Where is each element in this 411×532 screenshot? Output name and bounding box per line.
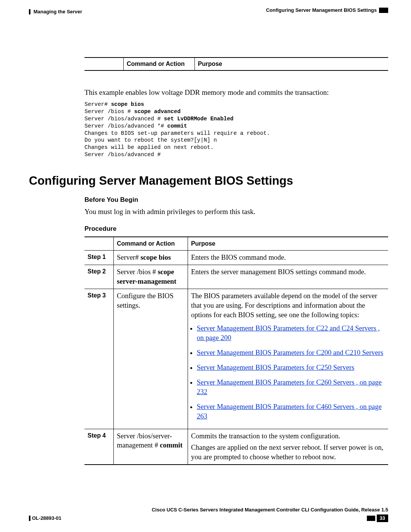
code-block: Server# scope bios Server /bios # scope … (84, 101, 388, 158)
before-you-begin-heading: Before You Begin (84, 196, 388, 204)
link-c250[interactable]: Server Management BIOS Parameters for C2… (197, 364, 354, 371)
col-purpose: Purpose (188, 237, 389, 250)
header-section-title: Configuring Server Management BIOS Setti… (266, 7, 377, 14)
chapter-title: Managing the Server (33, 8, 82, 15)
link-c460[interactable]: Server Management BIOS Parameters for C4… (197, 403, 382, 420)
topic-links: Server Management BIOS Parameters for C2… (191, 324, 385, 421)
col-step (84, 237, 114, 250)
procedure-heading: Procedure (84, 225, 388, 233)
footer-right: 33 (367, 514, 388, 522)
top-col-purpose: Purpose (195, 58, 389, 70)
list-item: Server Management BIOS Parameters for C2… (197, 363, 385, 372)
page-footer: Cisco UCS C-Series Servers Integrated Ma… (29, 506, 388, 522)
header-right: Configuring Server Management BIOS Setti… (266, 7, 388, 14)
doc-id: OL-28893-01 (32, 515, 61, 522)
step-label: Step 2 (84, 265, 114, 289)
list-item: Server Management BIOS Parameters for C2… (197, 348, 385, 358)
table-row: Step 1 Server# scope bios Enters the BIO… (84, 250, 388, 265)
procedure-table: Command or Action Purpose Step 1 Server#… (84, 236, 388, 465)
page-number: 33 (377, 514, 388, 522)
table-row: Step 2 Server /bios # scope server-manag… (84, 265, 388, 289)
footer-guide-title: Cisco UCS C-Series Servers Integrated Ma… (29, 506, 388, 513)
top-col-step (84, 58, 124, 70)
list-item: Server Management BIOS Parameters for C2… (197, 378, 385, 397)
list-item: Server Management BIOS Parameters for C2… (197, 324, 385, 343)
step1-command: Server# scope bios (114, 250, 188, 265)
table-row: Step 3 Configure the BIOS settings. The … (84, 289, 388, 429)
step-label: Step 3 (84, 289, 114, 429)
step2-purpose: Enters the server management BIOS settin… (188, 265, 389, 289)
step3-purpose: The BIOS parameters available depend on … (188, 289, 389, 429)
header-chip-icon (379, 8, 388, 13)
step4-command: Server /bios/server-management # commit (114, 429, 188, 465)
step1-purpose: Enters the BIOS command mode. (188, 250, 389, 265)
step-label: Step 1 (84, 250, 114, 265)
top-col-command: Command or Action (124, 58, 195, 70)
link-c200-c210[interactable]: Server Management BIOS Parameters for C2… (197, 349, 383, 356)
footer-mark-icon (29, 516, 30, 521)
step-label: Step 4 (84, 429, 114, 465)
section-heading: Configuring Server Management BIOS Setti… (29, 173, 388, 189)
before-you-begin-text: You must log in with admin privileges to… (84, 207, 388, 217)
step4-purpose: Commits the transaction to the system co… (188, 429, 389, 465)
footer-chip-icon (367, 516, 375, 521)
top-table-header: Command or Action Purpose (84, 57, 388, 71)
footer-left: OL-28893-01 (29, 515, 61, 522)
table-row: Step 4 Server /bios/server-management # … (84, 429, 388, 465)
link-c22-c24[interactable]: Server Management BIOS Parameters for C2… (197, 324, 380, 342)
example-intro: This example enables low voltage DDR mem… (84, 88, 388, 97)
page-content: Command or Action Purpose This example e… (84, 57, 388, 465)
header-mark-icon (29, 9, 30, 14)
col-command: Command or Action (114, 237, 188, 250)
link-c260[interactable]: Server Management BIOS Parameters for C2… (197, 379, 382, 396)
step3-command: Configure the BIOS settings. (114, 289, 188, 429)
list-item: Server Management BIOS Parameters for C4… (197, 402, 385, 421)
step2-command: Server /bios # scope server-management (114, 265, 188, 289)
